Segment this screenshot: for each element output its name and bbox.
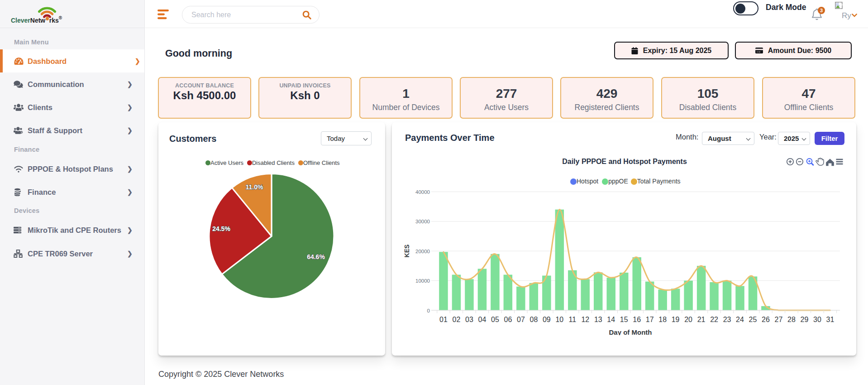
svg-text:20: 20 bbox=[684, 316, 692, 323]
svg-text:0: 0 bbox=[427, 308, 430, 313]
svg-text:20000: 20000 bbox=[415, 249, 430, 254]
svg-text:03: 03 bbox=[465, 316, 473, 323]
svg-text:13: 13 bbox=[594, 316, 602, 323]
svg-text:11: 11 bbox=[568, 316, 576, 323]
svg-text:31: 31 bbox=[826, 316, 835, 323]
svg-text:24: 24 bbox=[736, 316, 744, 323]
svg-text:KES: KES bbox=[403, 245, 410, 258]
svg-text:30000: 30000 bbox=[415, 219, 430, 224]
svg-text:14: 14 bbox=[607, 316, 615, 323]
svg-text:15: 15 bbox=[620, 316, 628, 323]
svg-text:17: 17 bbox=[646, 316, 654, 323]
svg-text:16: 16 bbox=[633, 316, 641, 323]
svg-text:10000: 10000 bbox=[415, 278, 430, 284]
svg-text:11.0%: 11.0% bbox=[246, 183, 263, 191]
svg-text:04: 04 bbox=[478, 316, 486, 323]
svg-text:19: 19 bbox=[672, 316, 680, 323]
svg-text:23: 23 bbox=[723, 316, 731, 323]
svg-text:08: 08 bbox=[530, 316, 538, 323]
svg-text:02: 02 bbox=[453, 316, 461, 323]
svg-text:27: 27 bbox=[775, 316, 783, 323]
svg-text:05: 05 bbox=[491, 316, 499, 323]
svg-text:40000: 40000 bbox=[415, 189, 430, 195]
svg-text:09: 09 bbox=[543, 316, 551, 323]
svg-text:28: 28 bbox=[787, 316, 796, 323]
svg-text:21: 21 bbox=[697, 316, 706, 323]
svg-text:12: 12 bbox=[581, 316, 589, 323]
svg-text:06: 06 bbox=[504, 316, 512, 323]
svg-text:30: 30 bbox=[813, 316, 821, 323]
svg-text:18: 18 bbox=[658, 316, 667, 323]
svg-text:01: 01 bbox=[439, 316, 448, 323]
svg-text:26: 26 bbox=[762, 316, 770, 323]
svg-text:24.5%: 24.5% bbox=[212, 225, 230, 232]
svg-text:64.6%: 64.6% bbox=[307, 253, 325, 260]
svg-text:22: 22 bbox=[710, 316, 718, 323]
svg-text:07: 07 bbox=[517, 316, 525, 323]
svg-text:25: 25 bbox=[749, 316, 757, 323]
svg-text:10: 10 bbox=[555, 316, 563, 323]
svg-text:29: 29 bbox=[801, 316, 809, 323]
svg-text:Day of Month: Day of Month bbox=[609, 328, 652, 335]
